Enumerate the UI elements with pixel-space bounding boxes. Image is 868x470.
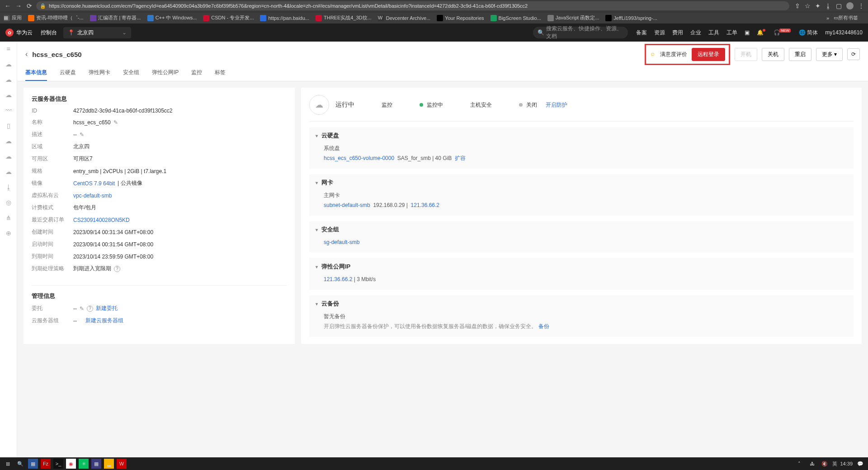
tab-eip[interactable]: 弹性公网IP bbox=[152, 65, 179, 81]
tab-disk[interactable]: 云硬盘 bbox=[60, 65, 76, 81]
edit-icon[interactable]: ✎ bbox=[80, 132, 84, 138]
kebab-icon[interactable]: ⋮ bbox=[858, 2, 864, 9]
menu-item[interactable]: 备案 bbox=[636, 29, 647, 37]
app-icon[interactable]: ◉ bbox=[66, 459, 76, 469]
reload-icon[interactable]: ⟳ bbox=[25, 2, 33, 9]
app-icon[interactable]: ▂ bbox=[104, 459, 114, 469]
cloud-icon[interactable]: ☁ bbox=[5, 153, 13, 161]
cloud-icon[interactable]: ☁ bbox=[5, 137, 13, 146]
remote-login-button[interactable]: 远程登录 bbox=[692, 48, 725, 61]
eip-link[interactable]: 121.36.66.2 bbox=[324, 276, 352, 282]
backup-link[interactable]: 备份 bbox=[538, 323, 549, 329]
refresh-icon[interactable]: ⟳ bbox=[847, 48, 860, 60]
menu-item[interactable]: 资源 bbox=[654, 29, 665, 37]
vpc-link[interactable]: vpc-default-smb bbox=[73, 193, 112, 199]
bookmark-item[interactable]: C++ 中 Windows... bbox=[147, 14, 197, 21]
tab-monitor[interactable]: 监控 bbox=[191, 65, 202, 81]
nic-eip-link[interactable]: 121.36.66.2 bbox=[411, 202, 439, 208]
clock-time[interactable]: 14:39 bbox=[840, 461, 853, 466]
globe-icon[interactable]: 🌐 简体 bbox=[799, 29, 818, 37]
open-protect-link[interactable]: 开启防护 bbox=[546, 101, 567, 109]
brand-logo[interactable]: ✿ 华为云 bbox=[5, 28, 33, 37]
star-icon[interactable]: ☆ bbox=[805, 2, 811, 9]
app-icon[interactable]: ▦ bbox=[91, 459, 101, 469]
cloud-icon[interactable]: ☁ bbox=[5, 91, 13, 99]
bookmark-item[interactable]: https://pan.baidu... bbox=[260, 15, 309, 21]
app-icon[interactable]: Fz bbox=[41, 459, 51, 469]
menu-item[interactable]: 费用 bbox=[672, 29, 683, 37]
disk-expand-link[interactable]: 扩容 bbox=[455, 155, 466, 161]
restart-button[interactable]: 重启 bbox=[789, 48, 811, 61]
cloud-icon[interactable]: ☁ bbox=[5, 61, 13, 69]
region-select[interactable]: 📍 北京四 ⌄ bbox=[63, 27, 131, 38]
bookmark-item[interactable]: Your Repositories bbox=[437, 15, 484, 21]
share-icon[interactable]: ⇪ bbox=[795, 2, 800, 9]
search-icon[interactable]: 🔍 bbox=[15, 459, 25, 469]
app-icon[interactable]: ▦ bbox=[28, 459, 38, 469]
menu-icon[interactable]: ≡ bbox=[5, 45, 13, 53]
nodes-icon[interactable]: ⋔ bbox=[5, 214, 13, 222]
poweron-button[interactable]: 开机 bbox=[735, 48, 757, 61]
bookmark-item[interactable]: 汇编语言 | 寄存器... bbox=[90, 14, 141, 21]
user-name[interactable]: my1432448610 bbox=[825, 29, 863, 36]
section-toggle[interactable]: ▾云硬盘 bbox=[316, 132, 847, 140]
app-icon[interactable]: >_ bbox=[53, 459, 63, 469]
back-arrow-icon[interactable]: ‹ bbox=[25, 50, 28, 58]
image-link[interactable]: CentOS 7.9 64bit bbox=[73, 180, 115, 187]
section-toggle[interactable]: ▾云备份 bbox=[316, 300, 847, 308]
bookmark-item[interactable]: 资讯-哔哩哔哩（゜-... bbox=[28, 14, 84, 21]
all-bookmarks[interactable]: ▭ 所有书签 bbox=[834, 14, 858, 21]
more-button[interactable]: 更多 ▾ bbox=[816, 48, 843, 61]
support-icon[interactable]: 🎧NEW bbox=[774, 29, 792, 36]
bookmark-item[interactable]: THREE实战4_3D纹... bbox=[316, 14, 372, 21]
start-icon[interactable]: ⊞ bbox=[3, 459, 13, 469]
profile-avatar[interactable] bbox=[846, 2, 854, 9]
app-icon[interactable]: ✳ bbox=[79, 459, 89, 469]
url-bar[interactable]: 🔒 https://console.huaweicloud.com/ecm/?a… bbox=[36, 1, 789, 10]
download-icon[interactable]: ⭳ bbox=[5, 183, 13, 192]
menu-item[interactable]: 企业 bbox=[690, 29, 701, 37]
sg-link[interactable]: sg-default-smb bbox=[324, 239, 359, 245]
section-toggle[interactable]: ▾安全组 bbox=[316, 226, 847, 234]
screen-icon[interactable]: ▣ bbox=[745, 29, 750, 36]
wave-icon[interactable]: 〰 bbox=[5, 107, 13, 115]
rating-label[interactable]: 满意度评价 bbox=[660, 51, 687, 58]
new-group-link[interactable]: 新建云服务器组 bbox=[85, 317, 123, 324]
console-link[interactable]: 控制台 bbox=[41, 29, 57, 37]
order-link[interactable]: CS2309140028ON5KD bbox=[73, 217, 130, 223]
edit-icon[interactable]: ✎ bbox=[113, 119, 118, 126]
tab-sg[interactable]: 安全组 bbox=[123, 65, 139, 81]
ime-label[interactable]: 英 bbox=[832, 461, 837, 467]
search-input[interactable]: 🔍 搜索云服务、快捷操作、资源、文档 bbox=[533, 27, 628, 38]
bookmark-item[interactable]: WDevcenter Archive... bbox=[378, 15, 430, 21]
puzzle-icon[interactable]: ✦ bbox=[815, 2, 821, 9]
tab-basicinfo[interactable]: 基本信息 bbox=[25, 65, 47, 81]
forward-icon[interactable]: → bbox=[14, 2, 23, 9]
tab-nic[interactable]: 弹性网卡 bbox=[89, 65, 110, 81]
cloud-icon[interactable]: ☁ bbox=[5, 76, 13, 84]
tray-up-icon[interactable]: ˄ bbox=[794, 459, 804, 469]
disk-volume-link[interactable]: hcss_ecs_c650-volume-0000 bbox=[324, 155, 394, 161]
help-icon[interactable]: ? bbox=[87, 306, 93, 312]
menu-item[interactable]: 工具 bbox=[708, 29, 719, 37]
device-icon[interactable]: ▯ bbox=[5, 122, 13, 130]
panel-icon[interactable]: ▢ bbox=[836, 2, 842, 9]
section-toggle[interactable]: ▾弹性公网IP bbox=[316, 263, 847, 271]
bookmark-item[interactable]: JavaScript 函数定... bbox=[547, 14, 599, 21]
menu-item[interactable]: 工单 bbox=[726, 29, 737, 37]
help-icon[interactable]: ? bbox=[114, 266, 120, 272]
subnet-link[interactable]: subnet-default-smb bbox=[324, 202, 370, 208]
back-icon[interactable]: ← bbox=[4, 2, 12, 9]
bookmark-item[interactable]: JeffLi1993/spring-... bbox=[605, 15, 657, 21]
target-icon[interactable]: ◎ bbox=[5, 199, 13, 207]
cloud-icon[interactable]: ☁ bbox=[5, 168, 13, 176]
section-toggle[interactable]: ▾网卡 bbox=[316, 179, 847, 187]
network-icon[interactable]: 🖧 bbox=[807, 459, 817, 469]
edit-icon[interactable]: ✎ bbox=[80, 306, 84, 312]
globe-icon[interactable]: ⊕ bbox=[5, 230, 13, 238]
bookmark-item[interactable]: CSDN - 专业开发... bbox=[203, 14, 254, 21]
bookmark-item[interactable]: BigScreen Studio... bbox=[491, 15, 541, 21]
new-agency-link[interactable]: 新建委托 bbox=[96, 305, 118, 312]
download-icon[interactable]: ⭳ bbox=[825, 2, 831, 9]
apps-shortcut[interactable]: ▦应用 bbox=[4, 14, 22, 21]
